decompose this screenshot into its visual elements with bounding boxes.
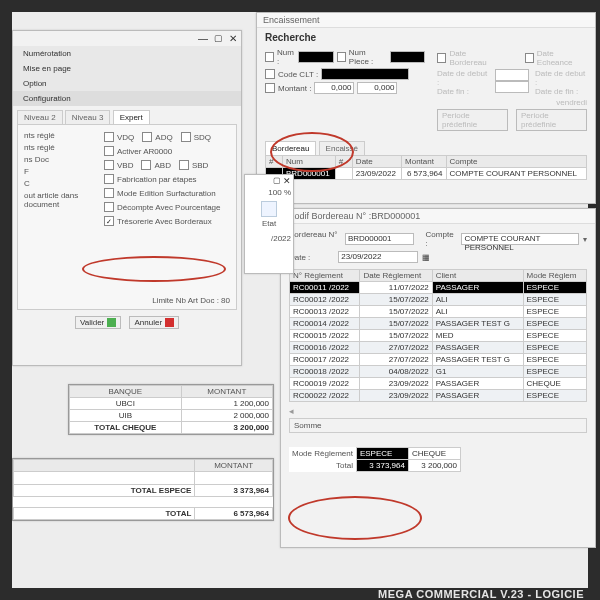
checkbox-box[interactable]: ✓ [104, 216, 114, 226]
table-row[interactable]: RC00016 /202227/07/2022PASSAGERESPECE [290, 342, 587, 354]
bordereau-num-label: Bordereau N° : [289, 230, 341, 248]
checkbox-activer-ar0000[interactable]: Activer AR0000 [104, 146, 172, 156]
settings-left-item [24, 215, 96, 227]
table-row[interactable]: UIB2 000,000 [70, 410, 273, 422]
num-piece-checkbox[interactable] [337, 52, 346, 62]
total-cheque-value: 3 200,000 [181, 422, 272, 434]
date-debut-input[interactable] [495, 69, 529, 81]
table-row[interactable]: RC00019 /202223/09/2022PASSAGERCHEQUE [290, 378, 587, 390]
table-row[interactable]: RC00022 /202223/09/2022PASSAGERESPECE [290, 390, 587, 402]
col-sharp[interactable]: # [266, 156, 283, 168]
checkbox-box[interactable] [104, 146, 114, 156]
num-piece-label: Num Piece : [349, 48, 387, 66]
col-compte[interactable]: Compte [446, 156, 586, 168]
reglement-grid: N° Règlement Date Règlement Client Mode … [289, 269, 587, 402]
montant-checkbox[interactable] [265, 83, 275, 93]
checkbox-box[interactable] [104, 202, 114, 212]
montant-input[interactable]: 0,000 [314, 82, 354, 94]
checkbox-sbd[interactable]: SBD [179, 160, 208, 170]
checkbox-sdq[interactable]: SDQ [181, 132, 211, 142]
montant-input-2[interactable]: 0,000 [357, 82, 397, 94]
table-row[interactable]: RC00011 /202211/07/2022PASSAGERESPECE [290, 282, 587, 294]
table-row[interactable]: RC00015 /202215/07/2022MEDESPECE [290, 330, 587, 342]
table-row[interactable]: RC00018 /202204/08/2022G1ESPECE [290, 366, 587, 378]
checkbox-box[interactable] [104, 174, 114, 184]
table-row[interactable]: RC00013 /202215/07/2022ALIESPECE [290, 306, 587, 318]
table-row[interactable]: RC00014 /202215/07/2022PASSAGER TEST GES… [290, 318, 587, 330]
close-icon[interactable]: ✕ [229, 33, 237, 44]
checkbox-d-compte-avec-pourcentage[interactable]: Décompte Avec Pourcentage [104, 202, 220, 212]
checkbox-box[interactable] [141, 160, 151, 170]
menu-configuration[interactable]: Configuration [13, 91, 241, 106]
mode-reglement-label: Mode Règlement [289, 448, 356, 460]
tab-niveau-3[interactable]: Niveau 3 [65, 110, 111, 124]
table-row[interactable]: UBCI1 200,000 [70, 398, 273, 410]
date-fin-input[interactable] [495, 81, 529, 93]
settings-left-item [24, 227, 96, 239]
calendar-icon[interactable]: ▦ [422, 253, 430, 262]
col-montant-cheque[interactable]: MONTANT [181, 386, 272, 398]
totals-espece-value: 3 373,964 [356, 460, 408, 472]
minimize-icon[interactable]: — [198, 33, 208, 44]
grand-total-label: TOTAL [14, 508, 195, 520]
checkbox-box[interactable] [104, 132, 114, 142]
col-dreg[interactable]: Date Règlement [360, 270, 432, 282]
checkbox-box[interactable] [179, 160, 189, 170]
date-ech-checkbox[interactable] [525, 53, 534, 63]
checkbox-box[interactable] [104, 188, 114, 198]
col-nreg[interactable]: N° Règlement [290, 270, 360, 282]
periode-predefinie-btn-1[interactable]: Periode prédefinie [437, 109, 508, 131]
checkbox-label: SDQ [194, 133, 211, 142]
close-icon-2[interactable]: ✕ [283, 176, 291, 186]
table-row[interactable]: BRD000001 23/09/2022 6 573,964 COMPTE CO… [266, 168, 587, 180]
checkbox-fabrication-par-tapes[interactable]: Fabrication par étapes [104, 174, 197, 184]
check-icon [107, 318, 116, 327]
date-bord-checkbox[interactable] [437, 53, 446, 63]
checkbox-vdq[interactable]: VDQ [104, 132, 134, 142]
tab-niveau-2[interactable]: Niveau 2 [17, 110, 63, 124]
chevron-down-icon[interactable]: ▾ [583, 235, 587, 244]
scroll-left-icon[interactable]: ◂ [289, 406, 587, 416]
col-num[interactable]: Num [283, 156, 336, 168]
periode-predefinie-btn-2[interactable]: Periode prédefinie [516, 109, 587, 131]
col-montant-espece[interactable]: MONTANT [195, 460, 273, 472]
checkbox-box[interactable] [104, 160, 114, 170]
col-banque[interactable]: BANQUE [70, 386, 182, 398]
table-row[interactable]: RC00012 /202215/07/2022ALIESPECE [290, 294, 587, 306]
code-clt-input[interactable] [321, 68, 409, 80]
checkbox-mode-edition-surfacturation[interactable]: Mode Edition Surfacturation [104, 188, 216, 198]
tab-expert[interactable]: Expert [113, 110, 150, 124]
code-clt-checkbox[interactable] [265, 69, 275, 79]
menu-option[interactable]: Option [13, 76, 241, 91]
col-date[interactable]: Date [352, 156, 401, 168]
col-montant[interactable]: Montant [402, 156, 447, 168]
recherche-heading: Recherche [265, 32, 587, 43]
doc-icon[interactable] [261, 201, 277, 217]
num-input[interactable] [298, 51, 333, 63]
settings-left-item: nts réglé [24, 143, 96, 155]
checkbox-abd[interactable]: ABD [141, 160, 170, 170]
checkbox-box[interactable] [142, 132, 152, 142]
checkbox-tr-sorerie-avec-borderaux[interactable]: ✓Trésorerie Avec Borderaux [104, 216, 212, 226]
checkbox-box[interactable] [181, 132, 191, 142]
checkbox-vbd[interactable]: VBD [104, 160, 133, 170]
menu-numerotation[interactable]: Numérotation [13, 46, 241, 61]
compte-input[interactable]: COMPTE COURANT PERSONNEL [461, 233, 579, 245]
col-client[interactable]: Client [432, 270, 523, 282]
date-input[interactable]: 23/09/2022 [338, 251, 418, 263]
menu-mise-en-page[interactable]: Mise en page [13, 61, 241, 76]
col-sharp2[interactable]: # [335, 156, 352, 168]
checkbox-adq[interactable]: ADQ [142, 132, 172, 142]
total-espece-label: TOTAL ESPECE [14, 485, 195, 497]
col-mode[interactable]: Mode Règlem [523, 270, 586, 282]
num-checkbox[interactable] [265, 52, 274, 62]
annuler-button[interactable]: Annuler [129, 316, 179, 329]
bordereau-num-input[interactable]: BRD000001 [345, 233, 414, 245]
tab-bordereau[interactable]: Bordereau [265, 141, 316, 155]
num-piece-input[interactable] [390, 51, 425, 63]
valider-button[interactable]: Valider [75, 316, 121, 329]
maximize-icon[interactable]: ▢ [214, 33, 223, 44]
maximize-icon-2[interactable]: ▢ [273, 176, 281, 186]
tab-encaisse[interactable]: Encaissé [319, 141, 365, 155]
table-row[interactable]: RC00017 /202227/07/2022PASSAGER TEST GES… [290, 354, 587, 366]
